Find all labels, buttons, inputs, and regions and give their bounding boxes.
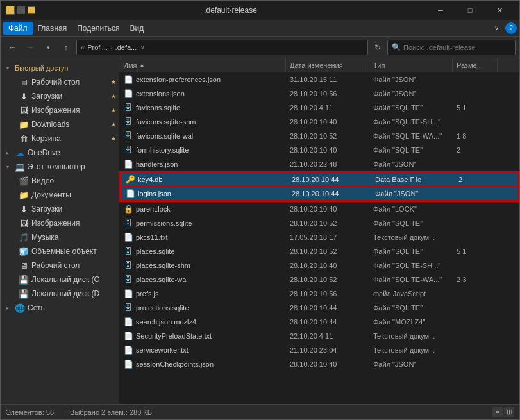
table-row[interactable]: 📄 serviceworker.txt 21.10.20 23:04 Текст… (119, 343, 519, 357)
menu-view[interactable]: Вид (124, 22, 149, 35)
col-header-size[interactable]: Разме... (453, 58, 498, 72)
file-name: places.sqlite (136, 248, 175, 255)
sidebar-item-video[interactable]: 🎬 Видео (1, 174, 119, 188)
table-row[interactable]: 🔒 parent.lock 28.10.20 10:40 Файл "LOCK" (119, 202, 519, 216)
sidebar-network[interactable]: ▸ 🌐 Сеть (1, 301, 119, 315)
table-row[interactable]: 📄 pkcs11.txt 17.05.20 18:17 Текстовый до… (119, 230, 519, 244)
file-name: pkcs11.txt (136, 233, 168, 241)
table-row[interactable]: 🗄 places.sqlite-shm 28.10.20 10:40 Файл … (119, 258, 519, 273)
file-cell-name: 📄 extensions.json (119, 88, 286, 99)
sidebar-item-music[interactable]: 🎵 Музыка (1, 230, 119, 244)
file-cell-date: 28.10.20 10:44 (286, 304, 369, 312)
sidebar-item-images-pc[interactable]: 🖼 Изображения (1, 216, 119, 230)
check-icon (17, 6, 25, 14)
menu-file[interactable]: Файл (3, 22, 33, 35)
table-row[interactable]: 📄 SecurityPreloadState.txt 22.10.20 4:11… (119, 329, 519, 343)
table-row[interactable]: 🗄 places.sqlite-wal 28.10.20 10:52 Файл … (119, 273, 519, 287)
expand-quick-access[interactable]: ▾ (3, 63, 12, 72)
table-row[interactable]: 📄 sessionCheckpoints.json 28.10.20 10:40… (119, 357, 519, 371)
sidebar-item-drive-d[interactable]: 💾 Локальный диск (D (1, 287, 119, 301)
file-name: parent.lock (136, 205, 171, 213)
table-row[interactable]: 🗄 places.sqlite 28.10.20 10:52 Файл "SQL… (119, 244, 519, 258)
file-cell-type: Файл "SQLITE" (369, 304, 453, 312)
file-icon: 📄 (123, 232, 133, 242)
table-row[interactable]: 📄 handlers.json 21.10.20 22:48 Файл "JSO… (119, 157, 519, 171)
expand-this-pc[interactable]: ▾ (3, 162, 12, 171)
sidebar-item-3d[interactable]: 🧊 Объемные объект (1, 244, 119, 258)
table-row[interactable]: 📄 extensions.json 28.10.20 10:56 Файл "J… (119, 87, 519, 101)
app-icon (6, 6, 15, 15)
table-row[interactable]: 🗄 favicons.sqlite 28.10.20 4:11 Файл "SQ… (119, 101, 519, 115)
table-row[interactable]: 🔑 key4.db 28.10.20 10:44 Data Base File … (121, 172, 518, 187)
forward-button[interactable]: → (22, 40, 38, 55)
downloads-icon-pc: ⬇ (19, 204, 29, 214)
file-cell-type: Файл "SQLITE-WA..." (369, 132, 453, 140)
maximize-button[interactable]: □ (455, 1, 485, 20)
search-box[interactable]: 🔍 (387, 40, 516, 55)
file-cell-type: Файл "JSON" (369, 360, 453, 368)
table-row[interactable]: 📄 search.json.mozlz4 28.10.20 10:44 Файл… (119, 315, 519, 329)
address-dropdown[interactable]: ∨ (140, 44, 145, 51)
pin-star-images: ★ (111, 107, 116, 113)
search-icon: 🔍 (392, 43, 401, 51)
table-row[interactable]: 📄 logins.json 28.10.20 10:44 Файл "JSON" (121, 187, 518, 201)
file-icon: 🗄 (123, 131, 133, 141)
expand-network[interactable]: ▸ (3, 303, 12, 312)
sidebar-item-docs[interactable]: 📁 Документы (1, 188, 119, 202)
sidebar-label-images-pc: Изображения (31, 219, 80, 228)
close-button[interactable]: ✕ (485, 1, 514, 20)
col-header-type[interactable]: Тип (369, 58, 453, 72)
file-cell-name: 📄 SecurityPreloadState.txt (119, 331, 286, 341)
sidebar-item-drive-c[interactable]: 💾 Локальный диск (С (1, 273, 119, 287)
address-box[interactable]: « Profi... › .defa... ∨ (76, 40, 368, 55)
sidebar-item-downloads-folder[interactable]: 📁 Downloads ★ (1, 117, 119, 131)
sidebar-item-downloads-pc[interactable]: ⬇ Загрузки (1, 202, 119, 216)
view-details-button[interactable]: ⊞ (504, 407, 514, 417)
sidebar-quick-access-header[interactable]: ▾ Быстрый доступ (1, 61, 119, 75)
sidebar-this-pc[interactable]: ▾ 💻 Этот компьютер (1, 160, 119, 174)
expand-onedrive[interactable]: ▸ (3, 148, 12, 157)
table-row[interactable]: 🗄 protections.sqlite 28.10.20 10:44 Файл… (119, 301, 519, 315)
expand-ribbon-button[interactable]: ∨ (490, 22, 503, 35)
refresh-button[interactable]: ↻ (371, 40, 385, 55)
table-row[interactable]: 📄 prefs.js 28.10.20 10:56 файл JavaScrip… (119, 287, 519, 301)
file-icon: 📄 (123, 331, 133, 341)
file-cell-date: 28.10.20 10:40 (286, 262, 369, 269)
search-input[interactable] (403, 44, 511, 51)
sidebar-item-trash[interactable]: 🗑 Корзина ★ (1, 131, 119, 146)
back-button[interactable]: ← (4, 40, 20, 55)
table-row[interactable]: 🗄 favicons.sqlite-shm 28.10.20 10:40 Фай… (119, 115, 519, 129)
sidebar-item-desktop-pc[interactable]: 🖥 Рабочий стол (1, 258, 119, 273)
file-icon: 🗄 (123, 145, 133, 155)
col-header-name[interactable]: Имя ▲ (119, 58, 286, 72)
col-header-date[interactable]: Дата изменения (286, 58, 369, 72)
view-list-button[interactable]: ≡ (492, 407, 503, 417)
up-button[interactable]: ↑ (58, 40, 74, 55)
path-sep1: › (110, 44, 113, 51)
help-button[interactable]: ? (505, 22, 517, 34)
minimize-button[interactable]: ─ (426, 1, 455, 20)
table-row[interactable]: 🗄 formhistory.sqlite 28.10.20 10:40 Файл… (119, 143, 519, 157)
folder-icon-tb (28, 6, 35, 14)
menu-share[interactable]: Поделиться (72, 22, 124, 35)
sidebar-item-downloads-quick[interactable]: ⬇ Загрузки ★ (1, 89, 119, 103)
file-cell-type: Файл "SQLITE" (369, 248, 453, 255)
table-row[interactable]: 📄 extension-preferences.json 31.10.20 15… (119, 72, 519, 87)
sidebar-item-images-quick[interactable]: 🖼 Изображения ★ (1, 103, 119, 117)
onedrive-icon: ☁ (15, 147, 25, 158)
table-row[interactable]: 🗄 favicons.sqlite-wal 28.10.20 10:52 Фай… (119, 129, 519, 143)
file-name: key4.db (138, 176, 163, 183)
menu-home[interactable]: Главная (33, 22, 72, 35)
table-row[interactable]: 🗄 permissions.sqlite 28.10.20 10:52 Файл… (119, 216, 519, 230)
file-cell-name: 🗄 places.sqlite-shm (119, 260, 286, 271)
sidebar-onedrive[interactable]: ▸ ☁ OneDrive (1, 146, 119, 160)
file-cell-name: 🗄 places.sqlite-wal (119, 274, 286, 285)
file-cell-type: Файл "SQLITE-WA..." (369, 276, 453, 283)
dropdown-nav-button[interactable]: ▾ (40, 40, 56, 55)
file-cell-date: 28.10.20 10:40 (286, 360, 369, 368)
file-cell-type: Файл "SQLITE" (369, 104, 453, 112)
sidebar-label-downloads-pc: Загрузки (31, 205, 62, 214)
file-cell-type: Файл "JSON" (369, 76, 453, 83)
file-cell-type: Файл "JSON" (371, 190, 455, 197)
sidebar-item-desktop-quick[interactable]: 🖥 Рабочий стол ★ (1, 75, 119, 89)
